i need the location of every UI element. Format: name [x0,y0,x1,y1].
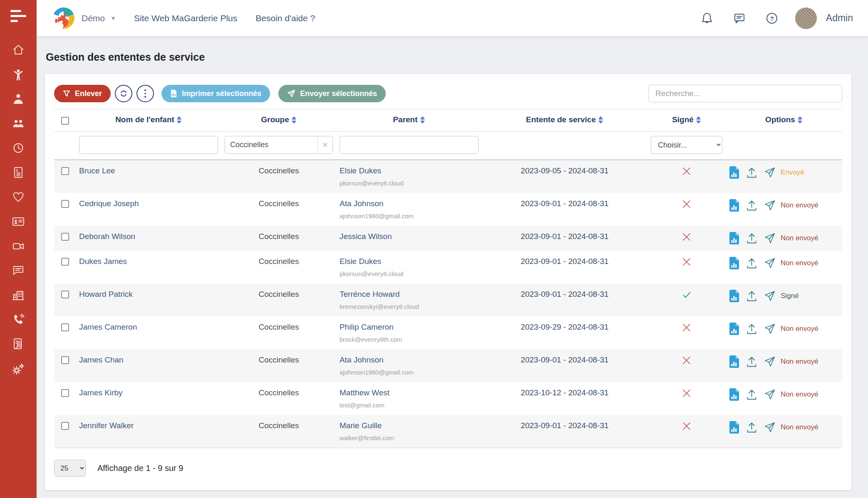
id-card-icon[interactable] [11,214,25,229]
row-checkbox[interactable] [61,233,69,241]
col-group[interactable]: Groupe [221,109,336,132]
row-checkbox[interactable] [61,167,69,175]
row-checkbox[interactable] [61,356,69,364]
home-icon[interactable] [11,43,25,57]
link-help[interactable]: Besoin d'aide ? [255,13,315,23]
messages-icon[interactable] [11,264,25,278]
upload-icon[interactable] [746,290,757,302]
child-name[interactable]: Jennifer Walker [76,415,221,448]
group-name: Coccinelles [221,160,336,193]
page-size-select[interactable]: 25 [54,460,86,477]
report-file-icon[interactable] [729,388,739,401]
col-agreement[interactable]: Entente de service [482,109,647,132]
col-options[interactable]: Options [726,109,842,132]
col-child-name[interactable]: Nom de l'enfant [76,109,221,132]
report-file-icon[interactable] [729,166,739,179]
row-checkbox[interactable] [61,258,69,266]
health-icon[interactable] [11,190,25,204]
send-status-icon[interactable] [764,356,776,367]
send-status-icon[interactable] [764,200,776,211]
child-icon[interactable] [11,67,25,81]
parents-icon[interactable] [11,116,25,131]
sort-icon [797,116,803,126]
reports-icon[interactable] [11,337,25,351]
report-file-icon[interactable] [729,290,739,302]
group-name: Coccinelles [221,193,336,226]
not-signed-icon [682,260,692,269]
child-name[interactable]: Howard Patrick [76,284,221,316]
establishment-icon[interactable] [11,288,25,302]
filter-child-name-input[interactable] [79,136,218,154]
not-signed-icon [682,424,692,433]
report-file-icon[interactable] [729,199,739,212]
brand-name: Démo [82,13,105,23]
child-name[interactable]: Deborah Wilson [76,226,221,251]
send-selected-button[interactable]: Envoyer sélectionnés [278,85,386,102]
table-row: Cedrique Joseph Coccinelles Ata Johnson … [54,193,842,226]
remove-filter-button[interactable]: Enlever [54,85,111,102]
row-checkbox[interactable] [61,200,69,208]
billing-icon[interactable]: $ [11,165,25,180]
menu-icon[interactable] [10,10,26,22]
help-icon[interactable]: ? [765,12,779,25]
child-name[interactable]: Dukes James [76,251,221,284]
upload-icon[interactable] [746,389,757,400]
report-file-icon[interactable] [729,323,739,335]
upload-icon[interactable] [746,200,757,211]
report-file-icon[interactable] [729,232,739,244]
col-signed[interactable]: Signé [647,109,726,132]
send-status-icon[interactable] [764,389,776,400]
filter-icon [63,90,70,97]
upload-icon[interactable] [746,232,757,244]
avatar[interactable] [795,7,817,29]
send-status-icon[interactable] [764,257,776,269]
more-options-button[interactable] [136,85,154,102]
row-checkbox[interactable] [61,291,69,298]
send-status-label: Non envoyé [781,390,818,399]
send-status-icon[interactable] [764,232,776,244]
child-name[interactable]: Cedrique Joseph [76,193,221,226]
schedule-icon[interactable] [11,141,25,155]
report-file-icon[interactable] [729,257,739,269]
video-icon[interactable] [11,239,25,253]
send-status-label: Envoyé [781,168,804,177]
send-status-label: Non envoyé [781,423,818,431]
clear-filter-icon[interactable]: ✕ [317,136,332,153]
refresh-button[interactable] [115,85,132,102]
educator-icon[interactable] [11,92,25,106]
row-checkbox[interactable] [61,422,69,430]
upload-icon[interactable] [746,323,757,335]
bell-icon[interactable] [700,12,714,25]
settings-icon[interactable] [11,362,25,376]
send-status-icon[interactable] [764,290,776,302]
report-file-icon[interactable] [729,421,739,434]
filter-parent-input[interactable] [340,136,479,154]
report-file-icon[interactable] [729,355,739,368]
send-status-icon[interactable] [764,422,776,433]
child-name[interactable]: James Cameron [76,316,221,349]
child-name[interactable]: James Kirby [76,382,221,415]
send-status-icon[interactable] [764,323,776,335]
parent-email: walker@firstbit.com [340,434,479,441]
search-input[interactable] [648,85,842,102]
row-checkbox[interactable] [61,389,69,397]
upload-icon[interactable] [746,422,757,433]
account-switcher[interactable]: Démo ▾ [52,6,115,30]
send-status-icon[interactable] [764,167,776,178]
select-all-checkbox[interactable] [61,117,69,125]
parent-name: Terrénce Howard [340,290,479,299]
col-parent[interactable]: Parent [336,109,482,132]
upload-icon[interactable] [746,167,757,178]
upload-icon[interactable] [746,257,757,269]
print-selected-button[interactable]: Imprimer sélectionnés [161,85,270,102]
upload-icon[interactable] [746,356,757,367]
top-links: Site Web MaGarderie Plus Besoin d'aide ? [134,13,315,23]
user-name: Admin [826,12,853,24]
filter-signed-select[interactable]: Choisir... [651,136,722,154]
child-name[interactable]: Bruce Lee [76,160,221,193]
messages-icon[interactable] [733,12,746,25]
row-checkbox[interactable] [61,323,69,331]
phone-icon[interactable] [11,313,25,327]
child-name[interactable]: James Chan [76,349,221,382]
link-site-web[interactable]: Site Web MaGarderie Plus [134,13,237,23]
